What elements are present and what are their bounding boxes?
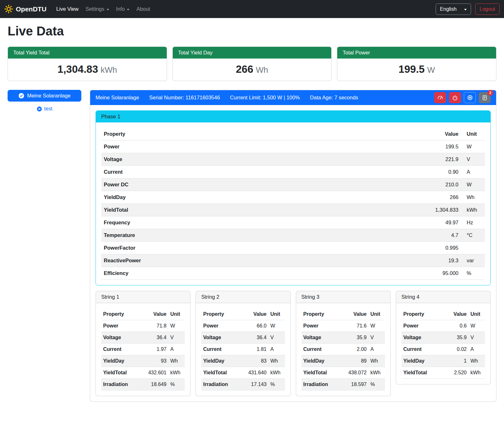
row-value: 0.02 xyxy=(443,344,469,355)
inverter-select-button[interactable]: Meine Solaranlage xyxy=(8,90,81,102)
brand-label: OpenDTU xyxy=(16,5,47,13)
row-value: 438.072 xyxy=(339,367,369,379)
row-value: 1.97 xyxy=(139,344,169,355)
limit-settings-button[interactable] xyxy=(434,92,446,103)
sidebar-item-test[interactable]: test xyxy=(8,106,81,112)
col-header-unit: Unit xyxy=(369,308,385,320)
table-row: Voltage 35.9 V xyxy=(302,332,385,344)
table-row: Current 0.90 A xyxy=(101,166,485,178)
row-unit xyxy=(461,242,485,254)
row-property: Voltage xyxy=(201,332,239,344)
table-row: Power 71.6 W xyxy=(302,320,385,332)
row-unit: % xyxy=(168,379,185,390)
card-value: 199.5 xyxy=(399,63,425,75)
row-unit: Wh xyxy=(461,191,485,204)
nav-item-about[interactable]: About xyxy=(133,3,153,15)
nav-item-label: Live View xyxy=(56,6,78,12)
nav-item-label: Info xyxy=(116,6,125,12)
col-header-unit: Unit xyxy=(469,308,485,320)
table-row: YieldDay 89 Wh xyxy=(302,355,385,367)
string-card-1: String 1 Property Value Unit xyxy=(96,291,190,396)
phase-card: Phase 1 Property Value Unit xyxy=(96,110,491,285)
row-property: Voltage xyxy=(101,153,317,166)
caret-down-icon xyxy=(127,9,129,10)
row-property: PowerFactor xyxy=(101,242,317,254)
row-unit: % xyxy=(269,379,285,390)
phase-card-body: Property Value Unit Power 199.5 xyxy=(96,122,490,285)
language-select[interactable]: English xyxy=(436,3,471,15)
col-header-property: Property xyxy=(101,308,139,320)
row-property: YieldTotal xyxy=(101,204,317,216)
row-property: Voltage xyxy=(302,332,339,344)
row-unit: A xyxy=(168,344,185,355)
row-unit: W xyxy=(168,320,185,332)
row-property: Current xyxy=(401,344,443,355)
sun-icon xyxy=(4,5,13,13)
row-unit: kWh xyxy=(269,367,285,379)
row-unit: V xyxy=(369,332,385,344)
row-value: 71.8 xyxy=(139,320,169,332)
row-unit: °C xyxy=(461,229,485,242)
event-log-button[interactable]: 2 xyxy=(479,92,491,103)
table-row: Irradiation 18.649 % xyxy=(101,379,185,390)
card-header: Total Power xyxy=(337,47,496,59)
card-unit: kWh xyxy=(101,65,117,75)
row-value: 2.520 xyxy=(443,367,469,379)
row-unit: Wh xyxy=(269,355,285,367)
row-value: 1,304.833 xyxy=(317,204,461,216)
strings-row: String 1 Property Value Unit xyxy=(96,291,491,396)
nav-item-settings[interactable]: Settings xyxy=(82,3,113,15)
cpu-icon xyxy=(467,95,473,101)
row-property: Current xyxy=(101,166,317,178)
row-value: 199.5 xyxy=(317,140,461,153)
row-unit: A xyxy=(461,166,485,178)
inverter-card: Meine Solaranlage Serial Number: 1161716… xyxy=(90,90,496,402)
table-row: YieldTotal 1,304.833 kWh xyxy=(101,204,485,216)
card-body: 199.5W xyxy=(337,59,496,81)
table-row: ReactivePower 19.3 var xyxy=(101,254,485,267)
row-property: Power xyxy=(401,320,443,332)
string-card-2: String 2 Property Value Unit xyxy=(196,291,290,396)
row-property: Irradiation xyxy=(101,379,139,390)
brand[interactable]: OpenDTU xyxy=(4,5,47,13)
col-header-unit: Unit xyxy=(168,308,185,320)
row-property: YieldTotal xyxy=(201,367,239,379)
summary-cards: Total Yield Total 1,304.83kWh Total Yiel… xyxy=(8,47,496,81)
string-card-4: String 4 Property Value Unit xyxy=(396,291,491,384)
col-header-property: Property xyxy=(302,308,339,320)
row-property: Power xyxy=(302,320,339,332)
content-row: Meine Solaranlage test Meine Solaranlage… xyxy=(8,90,496,402)
nav-item-live-view[interactable]: Live View xyxy=(53,3,82,15)
caret-down-icon xyxy=(464,9,467,10)
table-row: Voltage 221.9 V xyxy=(101,153,485,166)
table-header-row: Property Value Unit xyxy=(302,308,385,320)
row-property: YieldDay xyxy=(201,355,239,367)
table-row: YieldTotal 438.072 kWh xyxy=(302,367,385,379)
card-value: 1,304.83 xyxy=(58,63,98,75)
inverter-name: Meine Solaranlage xyxy=(96,95,139,101)
row-value: 1 xyxy=(443,355,469,367)
table-header-row: Property Value Unit xyxy=(201,308,285,320)
row-value: 66.0 xyxy=(239,320,269,332)
row-property: Irradiation xyxy=(302,379,339,390)
table-row: Current 1.97 A xyxy=(101,344,185,355)
device-info-button[interactable] xyxy=(464,92,476,103)
row-unit: kWh xyxy=(168,367,185,379)
row-unit: V xyxy=(168,332,185,344)
row-property: Temperature xyxy=(101,229,317,242)
table-header-row: Property Value Unit xyxy=(101,128,485,140)
row-property: YieldDay xyxy=(101,191,317,204)
row-property: Irradiation xyxy=(201,379,239,390)
card-unit: W xyxy=(427,65,435,75)
row-unit: A xyxy=(369,344,385,355)
row-unit: Wh xyxy=(469,355,485,367)
row-unit: V xyxy=(269,332,285,344)
nav-item-label: About xyxy=(136,6,150,12)
power-button[interactable] xyxy=(449,92,461,103)
row-unit: % xyxy=(369,379,385,390)
logout-button[interactable]: Logout xyxy=(475,3,500,15)
phase-card-title: Phase 1 xyxy=(96,111,490,122)
nav-item-info[interactable]: Info xyxy=(113,3,133,15)
page-container: Live Data Total Yield Total 1,304.83kWh … xyxy=(0,24,504,410)
table-row: YieldDay 93 Wh xyxy=(101,355,185,367)
